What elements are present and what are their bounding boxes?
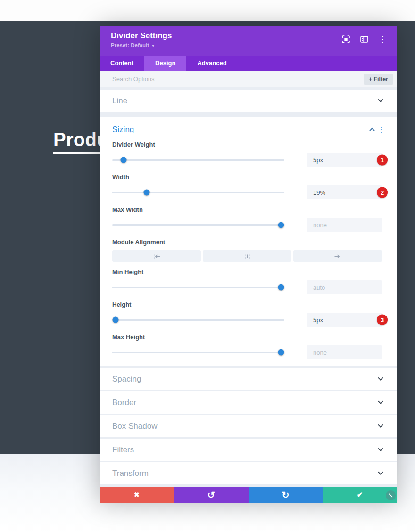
resize-handle[interactable] [386, 490, 396, 500]
modal-title: Divider Settings [111, 31, 172, 41]
sizing-header[interactable]: Sizing [112, 125, 382, 134]
chevron-down-icon [378, 469, 383, 474]
max-height-slider[interactable] [112, 345, 284, 359]
step-badge-3: 3 [377, 315, 388, 325]
preset-label: Preset: Default [111, 42, 149, 48]
search-options-input[interactable] [112, 75, 364, 83]
settings-content: Line Sizing Divider Weight [100, 87, 397, 487]
slider-thumb[interactable] [278, 349, 284, 356]
close-icon: ✖ [134, 491, 140, 499]
control-label: Max Width [112, 206, 382, 213]
section-title: Transform [112, 469, 149, 478]
undo-icon: ↺ [208, 490, 215, 500]
width-slider[interactable] [112, 185, 284, 200]
max-width-input[interactable]: none [307, 218, 382, 232]
more-menu-icon[interactable] [378, 35, 387, 43]
control-label: Divider Weight [112, 141, 382, 148]
section-line-title: Line [112, 96, 127, 106]
tab-advanced[interactable]: Advanced [186, 56, 237, 71]
slider-thumb[interactable] [278, 284, 284, 291]
align-left-button[interactable] [112, 250, 201, 262]
chevron-down-icon [378, 399, 383, 404]
step-badge-1: 1 [377, 155, 388, 166]
chevron-up-icon[interactable] [369, 128, 374, 133]
slider-thumb[interactable] [144, 190, 150, 196]
section-border[interactable]: Border [100, 391, 397, 414]
step-badge-2: 2 [377, 187, 388, 198]
section-filters[interactable]: Filters [100, 439, 397, 461]
control-min-height: Min Height auto [112, 268, 382, 294]
slider-thumb[interactable] [120, 157, 126, 163]
slider-track [112, 192, 284, 193]
search-options-bar: + Filter [100, 71, 397, 87]
section-transform[interactable]: Transform [100, 462, 397, 484]
section-title: Spacing [112, 374, 141, 384]
divider-weight-input[interactable]: 5px 1 [307, 153, 382, 167]
tab-content[interactable]: Content [100, 56, 144, 71]
check-icon: ✔ [357, 490, 363, 499]
value-text: none [313, 222, 327, 229]
max-width-slider[interactable] [112, 218, 284, 232]
slider-track [112, 352, 284, 353]
value-text: none [313, 349, 327, 356]
tab-design[interactable]: Design [144, 56, 186, 71]
value-text: auto [313, 284, 325, 291]
modal-header: Divider Settings Preset: Default ▾ [100, 26, 397, 56]
slider-thumb[interactable] [278, 222, 284, 228]
chevron-down-icon [378, 375, 383, 380]
sizing-options-menu-icon[interactable] [381, 129, 382, 131]
min-height-input[interactable]: auto [307, 280, 382, 294]
redo-button[interactable]: ↻ [249, 487, 323, 503]
section-title: Filters [112, 445, 134, 455]
max-height-input[interactable]: none [307, 345, 382, 359]
chevron-down-icon [378, 446, 383, 451]
settings-tabs: Content Design Advanced [100, 56, 397, 71]
section-title: Box Shadow [112, 422, 157, 431]
control-label: Height [112, 301, 382, 308]
module-alignment-group [112, 250, 382, 262]
control-label: Max Height [112, 333, 382, 341]
divider-weight-slider[interactable] [112, 153, 284, 167]
control-max-width: Max Width none [112, 206, 382, 232]
panel-layout-icon[interactable] [360, 35, 368, 43]
min-height-slider[interactable] [112, 280, 284, 294]
preset-dropdown[interactable]: Preset: Default ▾ [111, 42, 172, 48]
height-slider[interactable] [112, 313, 284, 327]
section-spacing[interactable]: Spacing [100, 368, 397, 390]
modal-header-text: Divider Settings Preset: Default ▾ [111, 31, 172, 48]
height-input[interactable]: 5px 3 [307, 313, 382, 327]
control-max-height: Max Height none [112, 333, 382, 359]
value-text: 5px [313, 157, 323, 164]
control-label: Width [112, 174, 382, 181]
browser-top-strip [0, 0, 415, 21]
discard-button[interactable]: ✖ [100, 487, 174, 503]
control-label: Module Alignment [112, 239, 382, 246]
undo-button[interactable]: ↺ [174, 487, 249, 503]
slider-track [112, 224, 284, 226]
section-sizing-title: Sizing [112, 125, 134, 134]
zoom-preview-icon[interactable] [341, 35, 350, 43]
align-center-button[interactable] [203, 250, 291, 262]
slider-track [112, 287, 284, 288]
control-divider-weight: Divider Weight 5px 1 [112, 141, 382, 167]
align-right-button[interactable] [293, 250, 382, 262]
divider-settings-modal: Divider Settings Preset: Default ▾ Conte… [100, 26, 397, 503]
section-line[interactable]: Line [100, 90, 397, 112]
section-title: Border [112, 398, 136, 407]
slider-track [112, 319, 284, 321]
redo-icon: ↻ [282, 490, 289, 500]
modal-footer: ✖ ↺ ↻ ✔ [100, 487, 397, 503]
slider-track [112, 159, 284, 161]
filter-button[interactable]: + Filter [364, 74, 393, 85]
control-height: Height 5px 3 [112, 301, 382, 327]
resize-diagonal-icon [388, 492, 394, 499]
section-box-shadow[interactable]: Box Shadow [100, 415, 397, 437]
section-sizing: Sizing Divider Weight 5px 1 [100, 117, 397, 366]
value-text: 5px [313, 316, 323, 324]
align-right-icon [332, 253, 344, 259]
control-label: Min Height [112, 268, 382, 275]
chevron-down-icon [378, 422, 383, 427]
caret-down-icon: ▾ [152, 43, 154, 48]
width-input[interactable]: 19% 2 [307, 185, 382, 200]
slider-thumb[interactable] [113, 317, 119, 323]
